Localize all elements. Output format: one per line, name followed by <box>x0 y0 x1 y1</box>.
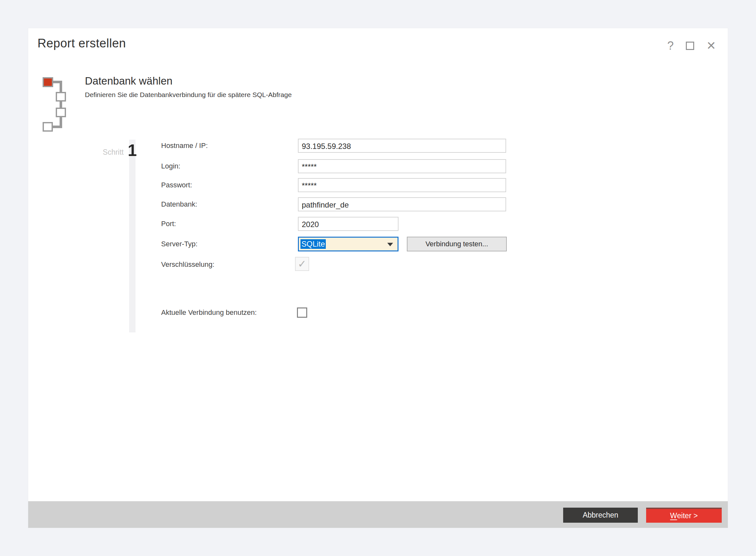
encryption-label: Verschlüsselung: <box>161 257 214 272</box>
server-type-label: Server-Typ: <box>161 237 198 251</box>
step-heading: Datenbank wählen Definieren Sie die Date… <box>85 75 292 99</box>
login-label: Login: <box>161 159 180 173</box>
cancel-button[interactable]: Abbrechen <box>563 508 638 523</box>
encryption-checkbox: ✓ <box>295 257 309 271</box>
step-subtitle: Definieren Sie die Datenbankverbindung f… <box>85 91 292 99</box>
database-label: Datenbank: <box>161 197 197 211</box>
dialog-footer: Abbrechen Weiter > <box>28 501 728 528</box>
titlebar-icons: ? ✕ <box>667 39 716 53</box>
step-number: 1 <box>127 141 138 160</box>
next-button[interactable]: Weiter > <box>646 508 722 523</box>
close-icon[interactable]: ✕ <box>706 39 716 53</box>
help-icon[interactable]: ? <box>667 39 674 53</box>
step-title: Datenbank wählen <box>85 75 292 87</box>
test-connection-button[interactable]: Verbindung testen... <box>407 237 507 251</box>
server-type-dropdown[interactable]: SQLite <box>298 237 399 251</box>
next-button-mnemonic: W <box>670 512 677 520</box>
hostname-input[interactable] <box>298 139 506 153</box>
page-title: Report erstellen <box>37 36 126 50</box>
database-input[interactable] <box>298 197 506 211</box>
port-input[interactable] <box>298 217 399 231</box>
step-label: Schritt <box>86 148 124 157</box>
port-label: Port: <box>161 217 176 231</box>
chevron-down-icon <box>387 243 393 246</box>
password-input[interactable] <box>298 178 506 192</box>
hostname-label: Hostname / IP: <box>161 139 208 153</box>
maximize-icon[interactable] <box>686 42 694 50</box>
next-button-label-rest: eiter > <box>677 512 698 520</box>
use-current-connection-label: Aktuelle Verbindung benutzen: <box>161 308 256 318</box>
password-label: Passwort: <box>161 178 192 192</box>
server-type-selected-value: SQLite <box>301 239 326 249</box>
step-rail <box>129 140 136 333</box>
login-input[interactable] <box>298 159 506 173</box>
maximize-box <box>686 42 694 50</box>
report-dialog: Report erstellen ? ✕ Datenbank wählen De… <box>28 28 728 528</box>
wizard-progress-icon <box>42 77 68 135</box>
check-icon: ✓ <box>298 258 307 270</box>
use-current-connection-checkbox[interactable] <box>297 308 307 318</box>
